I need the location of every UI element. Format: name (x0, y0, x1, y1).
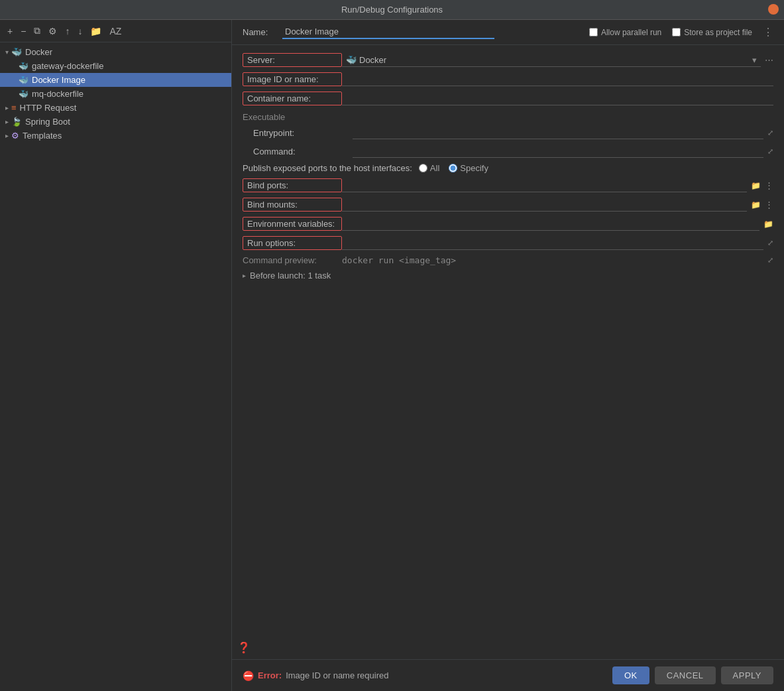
sidebar-item-mq-dockerfile[interactable]: 🐳 mq-dockerfile (0, 87, 231, 101)
templates-icon: ⚙ (11, 131, 19, 141)
name-label: Name: (243, 27, 276, 37)
sidebar-item-http-request[interactable]: ▸ ≡ HTTP Request (0, 101, 231, 115)
radio-specify-text: Specify (460, 163, 488, 173)
sidebar-item-docker-image[interactable]: 🐳 Docker Image (0, 73, 231, 87)
server-row: Server: 🐳 Docker ▾ ⋯ (243, 53, 773, 67)
allow-parallel-run-checkbox[interactable] (589, 28, 598, 36)
store-as-project-file-checkbox[interactable] (672, 28, 681, 36)
radio-all[interactable] (419, 164, 427, 172)
remove-button[interactable]: − (19, 25, 28, 38)
copy-button[interactable]: ⧉ (32, 24, 42, 38)
publish-ports-radio-group: All Specify (419, 163, 773, 173)
entrypoint-expand-icon[interactable]: ⤢ (767, 129, 773, 137)
radio-all-text: All (430, 163, 439, 173)
name-input[interactable] (282, 25, 494, 39)
env-vars-input[interactable] (342, 218, 759, 231)
bind-ports-label: Bind ports: (243, 178, 342, 192)
image-id-input[interactable] (342, 73, 773, 86)
publish-ports-label: Publish exposed ports to the host interf… (243, 163, 412, 173)
group-http-request: ▸ ≡ HTTP Request (0, 101, 231, 115)
command-input[interactable] (353, 145, 763, 158)
error-text: Image ID or name required (286, 670, 388, 680)
container-name-input[interactable] (342, 92, 773, 105)
sidebar-group-label: Spring Boot (25, 117, 70, 127)
move-down-button[interactable]: ↓ (76, 25, 84, 38)
store-as-project-file-text: Store as project file (684, 28, 752, 37)
chevron-right-icon: ▸ (5, 104, 9, 111)
panel-content: Server: 🐳 Docker ▾ ⋯ Image ID or name: C… (232, 45, 784, 659)
add-button[interactable]: + (5, 25, 15, 38)
radio-all-label[interactable]: All (419, 163, 439, 173)
server-value: Docker (359, 55, 386, 65)
sidebar-item-spring-boot[interactable]: ▸ 🍃 Spring Boot (0, 115, 231, 129)
entrypoint-input[interactable] (353, 126, 763, 139)
cancel-button[interactable]: CANCEL (655, 666, 716, 684)
before-launch-chevron[interactable]: ▸ (243, 272, 246, 279)
command-row: Command: ⤢ (253, 145, 773, 158)
container-name-row: Container name: (243, 92, 773, 105)
dialog-title: Run/Debug Configurations (341, 5, 443, 15)
executable-section-label: Executable (243, 112, 773, 122)
header-options: Allow parallel run Store as project file… (589, 26, 773, 38)
allow-parallel-run-text: Allow parallel run (601, 28, 661, 37)
command-preview-expand-icon[interactable]: ⤢ (767, 256, 773, 265)
bind-ports-folder-icon[interactable]: 📁 (751, 181, 761, 190)
error-label: Error: (258, 670, 282, 680)
group-templates: ▸ ⚙ Templates (0, 129, 231, 143)
bind-ports-input[interactable] (342, 179, 747, 192)
docker-image-icon: 🐳 (19, 76, 28, 85)
radio-specify[interactable] (449, 164, 457, 172)
server-dropdown-arrow[interactable]: ▾ (752, 55, 757, 65)
run-options-expand-icon[interactable]: ⤢ (767, 239, 773, 247)
right-panel: Name: Allow parallel run Store as projec… (232, 20, 784, 691)
http-icon: ≡ (11, 103, 17, 113)
allow-parallel-run-label[interactable]: Allow parallel run (589, 28, 661, 37)
ok-button[interactable]: OK (612, 666, 649, 684)
docker-icon: 🐳 (11, 47, 22, 57)
close-button[interactable] (768, 4, 779, 15)
chevron-right-icon: ▸ (5, 132, 9, 139)
bind-mounts-label: Bind mounts: (243, 198, 342, 212)
bind-mounts-input[interactable] (342, 198, 747, 212)
sidebar-item-gateway-dockerfile[interactable]: 🐳 gateway-dockerfile (0, 59, 231, 73)
bind-mounts-folder-icon[interactable]: 📁 (751, 200, 761, 210)
sort-button[interactable]: AZ (107, 25, 123, 38)
sidebar-item-label: Docker Image (32, 75, 85, 85)
move-up-button[interactable]: ↑ (63, 25, 72, 38)
more-options-button[interactable]: ⋮ (763, 26, 773, 38)
command-label: Command: (253, 147, 353, 157)
run-options-row: Run options: ⤢ (243, 236, 773, 250)
footer-wrapper: ❓ ⛔ Error: Image ID or name required OK … (232, 659, 784, 691)
run-options-input[interactable] (342, 237, 763, 250)
help-button[interactable]: ❓ (237, 641, 251, 654)
sidebar-toolbar: + − ⧉ ⚙ ↑ ↓ 📁 AZ (0, 20, 231, 42)
container-name-label: Container name: (243, 92, 342, 105)
store-as-project-file-label[interactable]: Store as project file (672, 28, 752, 37)
server-more-button[interactable]: ⋯ (765, 55, 773, 65)
bind-mounts-more[interactable]: ⋮ (765, 200, 773, 210)
before-launch-label: Before launch: 1 task (250, 271, 331, 281)
apply-button[interactable]: APPLY (721, 666, 773, 684)
docker-file-icon: 🐳 (19, 62, 28, 71)
sidebar-item-label: mq-dockerfile (32, 89, 84, 99)
env-vars-folder-icon[interactable]: 📁 (763, 220, 773, 229)
chevron-right-icon: ▸ (5, 118, 9, 125)
command-preview-label: Command preview: (243, 255, 342, 265)
command-expand-icon[interactable]: ⤢ (767, 147, 773, 156)
before-launch-row[interactable]: ▸ Before launch: 1 task (243, 271, 773, 281)
sidebar-group-label: Templates (23, 131, 62, 141)
settings-button[interactable]: ⚙ (46, 25, 59, 38)
entrypoint-label: Entrypoint: (253, 128, 353, 138)
sidebar-group-label: Docker (25, 47, 52, 57)
sidebar-item-docker[interactable]: ▾ 🐳 Docker (0, 45, 231, 59)
bind-ports-more[interactable]: ⋮ (765, 180, 773, 190)
radio-specify-label[interactable]: Specify (449, 163, 488, 173)
sidebar-item-templates[interactable]: ▸ ⚙ Templates (0, 129, 231, 143)
env-vars-row: Environment variables: 📁 (243, 217, 773, 231)
sidebar-item-label: gateway-dockerfile (32, 61, 103, 71)
publish-ports-row: Publish exposed ports to the host interf… (243, 163, 773, 173)
folder-button[interactable]: 📁 (88, 25, 103, 38)
title-bar: Run/Debug Configurations (0, 0, 784, 20)
chevron-down-icon: ▾ (5, 48, 9, 56)
spring-boot-icon: 🍃 (11, 117, 22, 127)
